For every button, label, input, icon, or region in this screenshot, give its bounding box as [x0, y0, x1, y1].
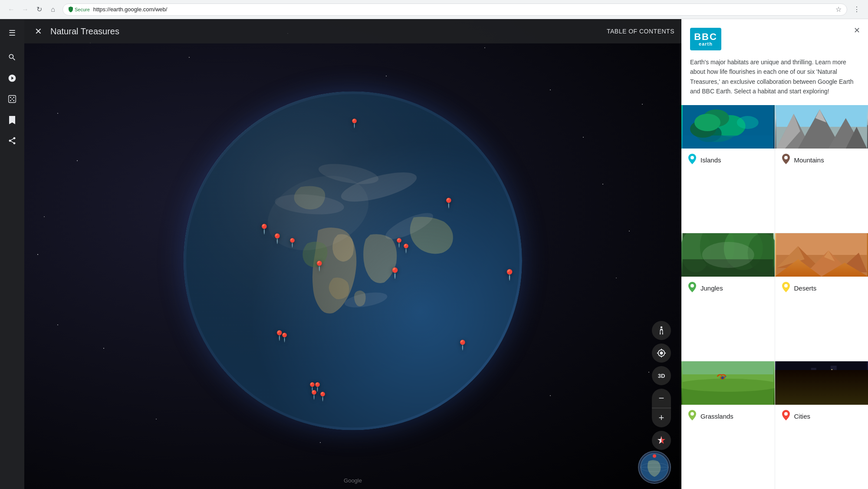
sidebar-search-icon[interactable] — [3, 49, 21, 66]
location-button[interactable] — [652, 344, 671, 363]
deserts-label: Deserts — [794, 284, 817, 292]
sidebar-bookmark-icon[interactable] — [3, 111, 21, 129]
svg-point-37 — [784, 156, 788, 159]
svg-rect-68 — [830, 366, 836, 405]
grasslands-label: Grasslands — [700, 413, 733, 420]
compass-button[interactable] — [652, 431, 671, 450]
app-container: ☰ — [0, 19, 868, 489]
habitat-img-grasslands — [681, 361, 775, 405]
mode-3d-button[interactable]: 3D — [652, 366, 671, 385]
habitat-card-deserts[interactable]: Deserts — [775, 233, 868, 361]
svg-point-45 — [690, 284, 694, 287]
habitat-label-cities: Cities — [775, 405, 868, 428]
svg-rect-77 — [821, 374, 822, 375]
map-pin-north[interactable]: 📍 — [349, 118, 360, 129]
map-pin-brown-1[interactable]: 📍 — [287, 238, 298, 248]
street-view-button[interactable] — [652, 321, 671, 340]
map-controls: 3D − + — [652, 321, 671, 450]
svg-point-16 — [661, 326, 663, 328]
grasslands-image-svg — [681, 361, 775, 405]
map-pin-yellow-5[interactable]: 📍 — [511, 388, 523, 399]
nav-buttons: ← → ↻ ⌂ — [5, 3, 59, 16]
deserts-pin-icon — [782, 282, 790, 294]
cities-pin-icon — [782, 410, 790, 423]
svg-point-4 — [13, 100, 14, 101]
more-options-button[interactable]: ⋮ — [851, 3, 863, 16]
habitat-label-islands: Islands — [681, 149, 775, 172]
habitat-card-islands[interactable]: Islands — [681, 105, 775, 233]
bbc-logo-inner: BBC earth — [694, 32, 717, 46]
habitat-label-deserts: Deserts — [775, 277, 868, 300]
bookmark-star-icon[interactable]: ☆ — [835, 5, 842, 13]
map-title: Natural Treasures — [50, 26, 602, 36]
svg-rect-64 — [794, 370, 799, 405]
map-pin-red-1[interactable]: 📍 — [388, 267, 401, 279]
close-button[interactable]: ✕ — [31, 24, 45, 38]
habitat-grid: Islands — [681, 105, 868, 489]
zoom-in-button[interactable]: + — [652, 408, 671, 427]
svg-rect-75 — [812, 371, 812, 372]
home-button[interactable]: ⌂ — [47, 3, 59, 16]
map-area[interactable]: 📍 📍 📍 📍 📍 📍 📍 📍 📍 📍 📍 📍 — [24, 19, 681, 489]
svg-point-21 — [653, 454, 656, 458]
globe-landmass-svg — [184, 92, 522, 430]
habitat-card-mountains[interactable]: Mountains — [775, 105, 868, 233]
secure-label: Secure — [75, 7, 90, 12]
svg-rect-69 — [839, 373, 843, 405]
map-pin-green-3[interactable]: 📍 — [510, 332, 522, 344]
map-header: ✕ Natural Treasures TABLE OF CONTENTS — [24, 19, 681, 43]
zoom-out-button[interactable]: − — [652, 389, 671, 408]
svg-rect-59 — [683, 361, 773, 374]
map-pin-cyan-4[interactable]: 📍 — [317, 391, 328, 402]
map-pin-yellow-3[interactable]: 📍 — [313, 261, 325, 272]
habitat-card-jungles[interactable]: Jungles — [681, 233, 775, 361]
mini-globe-svg — [640, 453, 669, 482]
svg-rect-73 — [790, 378, 791, 379]
forward-button[interactable]: → — [19, 3, 31, 16]
svg-rect-74 — [795, 373, 796, 374]
map-pin-brown-3[interactable]: 📍 — [401, 243, 411, 254]
toc-button[interactable]: TABLE OF CONTENTS — [607, 28, 674, 35]
svg-rect-63 — [787, 374, 792, 405]
back-button[interactable]: ← — [5, 3, 17, 16]
url-text: https://earth.google.com/web/ — [93, 6, 168, 13]
map-pin-yellow-4[interactable]: 📍 — [443, 198, 454, 209]
secure-badge: Secure — [68, 7, 90, 13]
map-pin-cyan-1[interactable]: 📍 — [514, 355, 523, 366]
habitat-label-grasslands: Grasslands — [681, 405, 775, 428]
habitat-card-grasslands[interactable]: Grasslands — [681, 361, 775, 489]
svg-point-5 — [12, 99, 13, 100]
sidebar-menu-icon[interactable]: ☰ — [3, 24, 21, 42]
panel-description: Earth's major habitats are unique and th… — [681, 57, 868, 105]
map-pin-yellow-2[interactable]: 📍 — [271, 233, 283, 244]
bbc-earth-logo: BBC earth — [690, 28, 721, 50]
svg-point-60 — [690, 412, 694, 416]
sidebar-dice-icon[interactable] — [3, 90, 21, 108]
mini-globe[interactable] — [638, 451, 671, 484]
habitat-card-cities[interactable]: Cities — [775, 361, 868, 489]
address-bar[interactable]: Secure https://earth.google.com/web/ ☆ — [62, 3, 847, 16]
refresh-button[interactable]: ↻ — [33, 3, 45, 16]
map-pin-lime-1[interactable]: 📍 — [279, 332, 290, 343]
islands-image-svg — [681, 105, 775, 149]
svg-point-53 — [784, 284, 788, 287]
map-pin-yellow-1[interactable]: 📍 — [258, 224, 270, 235]
svg-point-58 — [721, 377, 724, 379]
sidebar-settings-icon[interactable] — [3, 69, 21, 87]
map-pin-red-2[interactable]: 📍 — [503, 269, 516, 281]
jungles-image-svg — [681, 233, 775, 277]
panel-close-button[interactable]: ✕ — [851, 24, 863, 36]
panel-header: BBC earth — [681, 19, 868, 57]
sidebar-share-icon[interactable] — [3, 132, 21, 149]
svg-rect-80 — [857, 373, 858, 374]
globe-sphere: 📍 📍 📍 📍 📍 📍 📍 📍 📍 📍 📍 📍 — [184, 92, 522, 430]
habitat-img-deserts — [775, 233, 868, 277]
svg-point-3 — [10, 100, 11, 101]
mountains-label: Mountains — [794, 156, 824, 164]
google-watermark: Google — [344, 477, 362, 484]
mountains-image-svg — [775, 105, 868, 149]
habitat-img-islands — [681, 105, 775, 149]
map-pin-green-2[interactable]: 📍 — [457, 340, 468, 351]
svg-point-1 — [10, 97, 11, 98]
jungles-pin-icon — [688, 282, 696, 294]
